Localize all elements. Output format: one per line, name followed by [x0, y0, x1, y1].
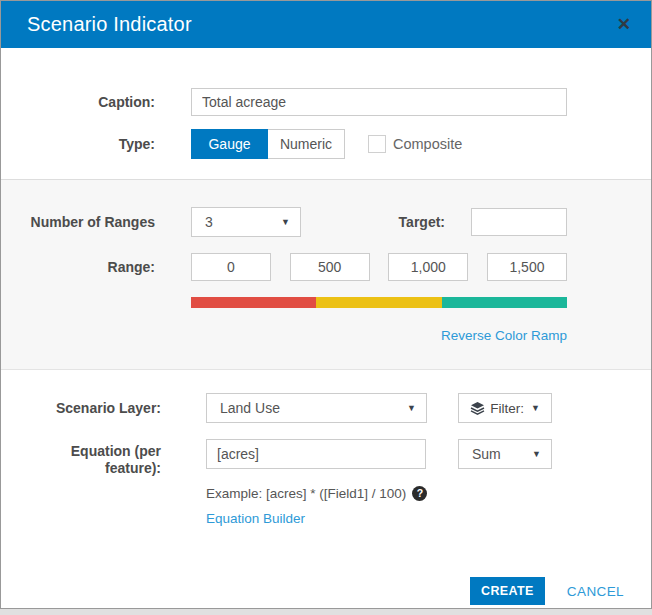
scenario-layer-row: Scenario Layer: Land Use ▼ Filter: ▼: [1, 393, 651, 423]
range-input-1[interactable]: [191, 253, 271, 281]
target-group: Target:: [399, 208, 567, 236]
equation-label: Equation (per feature):: [1, 439, 206, 477]
range-input-4[interactable]: [487, 253, 567, 281]
range-inputs: [191, 253, 567, 281]
scenario-indicator-dialog: Scenario Indicator ✕ Caption: Type: Gaug…: [0, 0, 652, 609]
color-ramp-segment-red: [191, 297, 316, 308]
reverse-ramp-row: Reverse Color Ramp: [191, 326, 567, 344]
layers-icon: [470, 402, 485, 415]
equation-input[interactable]: [206, 439, 426, 469]
scenario-layer-select[interactable]: Land Use ▼: [206, 393, 427, 423]
reverse-color-ramp-link[interactable]: Reverse Color Ramp: [441, 328, 567, 343]
chevron-down-icon: ▼: [281, 217, 290, 227]
equation-example-line: Example: [acres] * ([Field1] / 100) ?: [206, 485, 651, 502]
equation-row: Equation (per feature): Sum ▼: [1, 439, 651, 477]
aggregation-select[interactable]: Sum ▼: [458, 439, 552, 469]
range-input-3[interactable]: [388, 253, 468, 281]
number-of-ranges-value: 3: [205, 214, 213, 230]
cancel-button[interactable]: CANCEL: [567, 584, 624, 599]
range-input-2[interactable]: [290, 253, 370, 281]
help-icon[interactable]: ?: [412, 486, 427, 501]
number-of-ranges-content: 3 ▼ Target:: [191, 207, 567, 237]
range-row: Range:: [1, 253, 651, 281]
color-ramp: [191, 297, 567, 308]
bottom-section: Scenario Layer: Land Use ▼ Filter: ▼ Equ…: [1, 370, 651, 605]
top-section: Caption: Type: Gauge Numeric Composite: [1, 48, 651, 179]
range-label: Range:: [1, 259, 191, 275]
close-icon[interactable]: ✕: [617, 16, 631, 33]
scenario-layer-value: Land Use: [220, 400, 280, 416]
type-segmented-control: Gauge Numeric: [191, 129, 345, 159]
ranges-section: Number of Ranges 3 ▼ Target: Range:: [1, 179, 651, 370]
type-numeric-button[interactable]: Numeric: [268, 129, 345, 159]
create-button[interactable]: CREATE: [470, 577, 545, 605]
caption-label: Caption:: [1, 94, 191, 110]
caption-row: Caption:: [1, 88, 651, 116]
number-of-ranges-label: Number of Ranges: [1, 214, 191, 230]
target-label: Target:: [399, 214, 445, 230]
dialog-title: Scenario Indicator: [27, 13, 192, 36]
equation-builder-link[interactable]: Equation Builder: [206, 511, 305, 526]
caption-input[interactable]: [191, 88, 567, 116]
dialog-header: Scenario Indicator ✕: [1, 1, 651, 48]
type-label: Type:: [1, 136, 191, 152]
aggregation-value: Sum: [472, 446, 501, 462]
equation-example-text: Example: [acres] * ([Field1] / 100): [206, 485, 406, 502]
scenario-layer-label: Scenario Layer:: [1, 400, 206, 416]
filter-button[interactable]: Filter: ▼: [458, 393, 552, 423]
equation-builder-line: Equation Builder: [206, 509, 651, 527]
color-ramp-segment-green: [442, 297, 567, 308]
composite-label: Composite: [393, 136, 462, 152]
number-of-ranges-row: Number of Ranges 3 ▼ Target:: [1, 207, 651, 237]
color-ramp-segment-yellow: [316, 297, 441, 308]
composite-checkbox[interactable]: [368, 135, 386, 153]
filter-label: Filter:: [490, 401, 524, 416]
dialog-footer: CREATE CANCEL: [1, 577, 651, 605]
chevron-down-icon: ▼: [531, 403, 540, 413]
type-gauge-button[interactable]: Gauge: [191, 129, 268, 159]
chevron-down-icon: ▼: [407, 403, 416, 413]
number-of-ranges-select[interactable]: 3 ▼: [191, 207, 301, 237]
target-input[interactable]: [471, 208, 567, 236]
chevron-down-icon: ▼: [532, 449, 541, 459]
type-row: Type: Gauge Numeric Composite: [1, 129, 651, 159]
